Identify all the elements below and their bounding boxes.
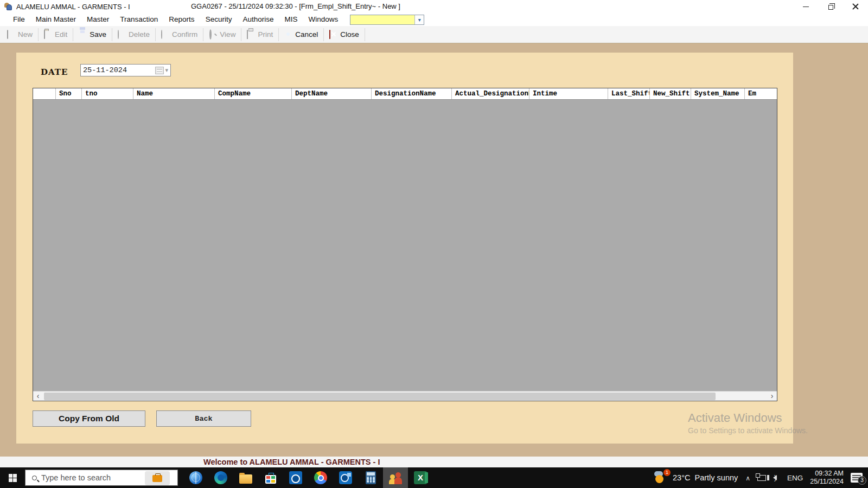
taskbar-calculator[interactable] (358, 467, 383, 488)
delete-icon (118, 30, 126, 38)
taskbar-search[interactable] (25, 470, 178, 486)
date-label: DATE (41, 67, 68, 77)
grid-header-row: Sno tno Name CompName DeptName Designati… (33, 88, 777, 100)
title-bar: ALAMELU AMMAL - GARMENTS - I GGA0267 - 2… (0, 0, 868, 13)
taskbar-edge[interactable] (208, 467, 233, 488)
combobox-field[interactable] (350, 15, 414, 24)
chevron-down-icon[interactable]: ▾ (414, 15, 424, 24)
weather-widget[interactable]: 1 23°C Partly sunny (654, 471, 738, 484)
back-button[interactable]: Back (156, 410, 251, 427)
scrollbar-track[interactable] (43, 391, 767, 401)
minimize-button[interactable] (793, 0, 818, 13)
grid-col-designationname[interactable]: DesignationName (372, 88, 452, 99)
grid-col-system-name[interactable]: System_Name (691, 88, 745, 99)
new-button[interactable]: New (2, 28, 37, 42)
excel-icon (414, 471, 427, 484)
menu-security[interactable]: Security (200, 13, 238, 26)
grid-col-intime[interactable]: Intime (529, 88, 608, 99)
grid-horizontal-scrollbar[interactable]: ‹ › (33, 391, 777, 401)
edit-button[interactable]: Edit (39, 28, 72, 42)
language-indicator[interactable]: ENG (787, 474, 803, 482)
grid-col-deptname[interactable]: DeptName (292, 88, 372, 99)
close-button[interactable] (843, 0, 868, 13)
menu-master[interactable]: Master (81, 13, 114, 26)
app-icon (4, 2, 12, 11)
grid-col-sno[interactable]: Sno (56, 88, 82, 99)
grid-col-rowselector[interactable] (33, 88, 56, 99)
taskbar-outlook-new[interactable] (333, 467, 358, 488)
status-bar: Welcome to ALAMELU AMMAL - GARMENTS - I (0, 457, 868, 467)
taskbar-internet-app[interactable] (183, 467, 208, 488)
outlook-icon (289, 471, 302, 484)
menu-windows[interactable]: Windows (303, 13, 343, 26)
delete-button[interactable]: Delete (113, 28, 155, 42)
menu-bar: File Main Master Master Transaction Repo… (0, 13, 868, 26)
weather-condition: Partly sunny (695, 473, 738, 482)
cancel-button[interactable]: Cancel (279, 28, 323, 42)
folder-icon (239, 474, 252, 484)
grid-col-compname[interactable]: CompName (215, 88, 292, 99)
grid-col-name[interactable]: Name (133, 88, 215, 99)
minimize-icon (803, 7, 809, 7)
taskbar-store[interactable] (258, 467, 283, 488)
tray-chevron-up-icon[interactable]: ∧ (745, 474, 750, 482)
tray-date: 25/11/2024 (810, 478, 844, 486)
menu-mis[interactable]: MIS (279, 13, 303, 26)
taskbar-active-app[interactable] (383, 467, 408, 488)
shift-entry-form: DATE ▾ Sno tno Name CompName DeptName De… (16, 53, 793, 444)
edge-icon (214, 471, 227, 484)
search-highlight-tile[interactable] (145, 471, 170, 485)
taskbar-excel[interactable] (408, 467, 433, 488)
menu-transaction[interactable]: Transaction (114, 13, 163, 26)
grid-col-actual-designation[interactable]: Actual_DesignationNa (452, 88, 529, 99)
quick-search-combobox[interactable]: ▾ (350, 15, 424, 25)
copy-from-old-button[interactable]: Copy From Old (33, 410, 145, 427)
scroll-right-icon[interactable]: › (767, 391, 777, 401)
taskbar-chrome[interactable] (308, 467, 333, 488)
close-icon (852, 3, 859, 10)
calendar-icon[interactable] (155, 67, 164, 74)
scrollbar-thumb[interactable] (44, 393, 716, 400)
edit-folder-icon (44, 30, 52, 38)
confirm-button[interactable]: Confirm (156, 28, 202, 42)
save-button[interactable]: Save (74, 28, 111, 42)
restore-button[interactable] (818, 0, 843, 13)
weather-icon: 1 (654, 471, 668, 484)
menu-reports[interactable]: Reports (163, 13, 200, 26)
globe-icon (189, 471, 202, 484)
search-input[interactable] (41, 473, 128, 482)
menu-main-master[interactable]: Main Master (30, 13, 81, 26)
grid-col-em[interactable]: Em (745, 88, 777, 99)
grid-empty-body (33, 100, 777, 391)
weather-badge: 1 (663, 469, 671, 476)
notification-center-icon[interactable]: 3 (851, 473, 863, 483)
date-input[interactable] (81, 66, 155, 74)
speaker-icon[interactable] (773, 475, 777, 480)
welcome-message: Welcome to ALAMELU AMMAL - GARMENTS - I (203, 458, 380, 466)
taskbar-outlook[interactable] (283, 467, 308, 488)
grid-col-new-shift[interactable]: New_Shift (650, 88, 691, 99)
window-title: GGA0267 - 25/11/2024 09:32:30 - [Frm_Emp… (191, 2, 400, 10)
grid-col-tno[interactable]: tno (82, 88, 133, 99)
view-magnifier-icon (209, 30, 217, 38)
grid-col-last-shift[interactable]: Last_Shift (608, 88, 650, 99)
close-form-button[interactable]: Close (324, 28, 364, 42)
network-pc-icon[interactable] (757, 475, 766, 481)
taskbar-pinned-apps (183, 467, 433, 488)
date-picker[interactable]: ▾ (80, 64, 171, 76)
restore-icon (828, 5, 833, 10)
print-button[interactable]: Print (242, 28, 278, 42)
tray-time: 09:32 AM (810, 470, 844, 478)
start-button[interactable] (0, 467, 25, 488)
print-icon (247, 30, 255, 38)
clock[interactable]: 09:32 AM 25/11/2024 (810, 470, 844, 486)
search-icon (32, 476, 37, 480)
view-button[interactable]: View (204, 28, 240, 42)
taskbar-tray-area: 1 23°C Partly sunny ∧ ENG 09:32 AM 25/11… (654, 467, 868, 488)
menu-authorise[interactable]: Authorise (237, 13, 279, 26)
save-floppy-icon (79, 30, 87, 38)
taskbar-file-explorer[interactable] (233, 467, 258, 488)
menu-file[interactable]: File (8, 13, 30, 26)
date-dropdown-icon[interactable]: ▾ (165, 67, 168, 74)
scroll-left-icon[interactable]: ‹ (33, 391, 43, 401)
